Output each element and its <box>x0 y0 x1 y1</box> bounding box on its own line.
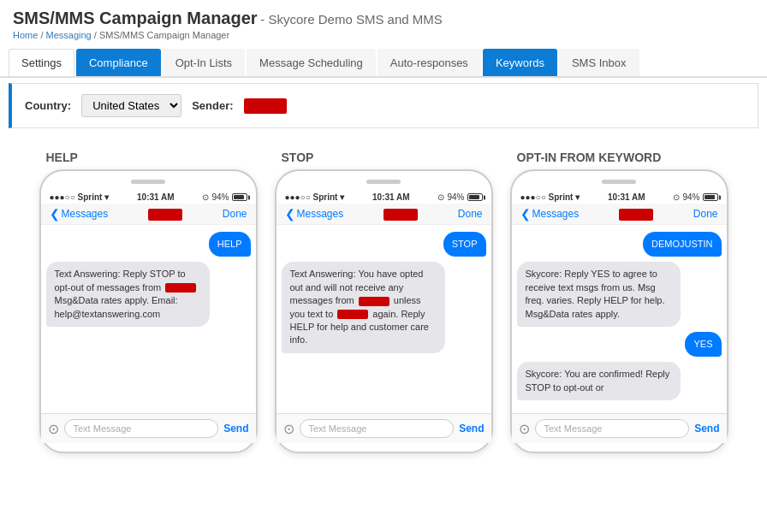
phone-input-bar: ⊙ Text Message Send <box>512 413 727 443</box>
text-message-input[interactable]: Text Message <box>300 419 455 438</box>
redacted-number-2 <box>337 310 368 319</box>
phone-help-label: HELP <box>39 151 78 164</box>
sent-bubble-row-2: YES <box>517 332 722 357</box>
nav-contact-name <box>108 207 223 221</box>
phone-help: HELP ●●●○○ Sprint ▾ 10:31 AM ⊙ 94% ❮ Mes… <box>39 151 258 453</box>
received-bubble-row: Text Answering: You have opted out and w… <box>282 262 486 352</box>
phone-input-bar: ⊙ Text Message Send <box>276 413 491 443</box>
breadcrumb-current: SMS/MMS Campaign Manager <box>99 30 229 40</box>
phone-stop: STOP ●●●○○ Sprint ▾ 10:31 AM ⊙ 94% ❮ Mes… <box>275 151 493 453</box>
nav-back[interactable]: ❮ Messages <box>520 207 580 221</box>
tab-auto-responses[interactable]: Auto-responses <box>378 49 481 76</box>
tab-settings[interactable]: Settings <box>9 49 74 76</box>
nav-back-label: Messages <box>297 208 344 220</box>
breadcrumb: Home / Messaging / SMS/MMS Campaign Mana… <box>13 30 754 40</box>
nav-back[interactable]: ❮ Messages <box>50 207 109 221</box>
phone-nav-bar: ❮ Messages Done <box>41 204 256 225</box>
tab-message-scheduling[interactable]: Message Scheduling <box>247 49 376 76</box>
sent-bubble-2: YES <box>685 332 721 357</box>
sent-bubble-row: STOP <box>282 232 486 257</box>
signal-icon: ⊙ <box>202 192 209 202</box>
status-time: 10:31 AM <box>608 192 645 202</box>
nav-done[interactable]: Done <box>693 208 718 220</box>
received-bubble: Text Answering: You have opted out and w… <box>282 262 445 352</box>
messages-area-stop: STOP Text Answering: You have opted out … <box>276 225 491 413</box>
status-right: ⊙ 94% <box>202 192 247 202</box>
camera-icon: ⊙ <box>48 421 59 437</box>
battery-text: 94% <box>447 192 464 202</box>
filter-bar: Country: United States Sender: <box>9 83 758 128</box>
camera-icon: ⊙ <box>519 421 530 437</box>
nav-contact-name <box>343 207 458 221</box>
received-bubble-row-1: Skycore: Reply YES to agree to receive t… <box>517 262 722 327</box>
page-title: SMS/MMS Campaign Manager - Skycore Demo … <box>13 9 754 28</box>
tab-compliance[interactable]: Compliance <box>76 49 161 76</box>
battery-text: 94% <box>211 192 229 202</box>
phone-opt-in: OPT-IN FROM KEYWORD ●●●○○ Sprint ▾ 10:31… <box>510 151 728 453</box>
phone-stop-label: STOP <box>275 151 314 164</box>
nav-back-label: Messages <box>532 208 580 220</box>
status-time: 10:31 AM <box>137 192 175 202</box>
received-bubble-1: Skycore: Reply YES to agree to receive t… <box>517 262 681 327</box>
received-bubble: Text Answering: Reply STOP to opt-out of… <box>46 262 210 327</box>
phone-speaker <box>131 180 165 184</box>
sent-bubble-1: DEMOJUSTIN <box>643 232 722 257</box>
phones-container: HELP ●●●○○ Sprint ▾ 10:31 AM ⊙ 94% ❮ Mes… <box>0 133 767 470</box>
country-select[interactable]: United States <box>81 94 181 117</box>
status-time: 10:31 AM <box>372 192 410 202</box>
status-carrier: ●●●○○ Sprint ▾ <box>520 192 580 202</box>
country-label: Country: <box>25 99 71 112</box>
received-bubble-row: Text Answering: Reply STOP to opt-out of… <box>46 262 251 327</box>
sent-bubble: HELP <box>209 232 251 257</box>
signal-icon: ⊙ <box>673 192 680 202</box>
back-arrow-icon: ❮ <box>50 207 60 221</box>
nav-done[interactable]: Done <box>458 208 483 220</box>
sender-label: Sender: <box>192 99 233 112</box>
text-message-input[interactable]: Text Message <box>535 419 690 438</box>
phone-status-bar: ●●●○○ Sprint ▾ 10:31 AM ⊙ 94% <box>276 191 491 204</box>
phone-input-bar: ⊙ Text Message Send <box>41 413 256 443</box>
phone-status-bar: ●●●○○ Sprint ▾ 10:31 AM ⊙ 94% <box>41 191 256 204</box>
tab-opt-in-lists[interactable]: Opt-In Lists <box>163 49 245 76</box>
text-message-input[interactable]: Text Message <box>64 419 219 438</box>
messages-area-opt-in: DEMOJUSTIN Skycore: Reply YES to agree t… <box>512 225 727 413</box>
battery-text: 94% <box>682 192 699 202</box>
contact-redacted <box>384 209 418 221</box>
nav-back[interactable]: ❮ Messages <box>285 207 344 221</box>
sent-bubble-row: HELP <box>46 232 251 257</box>
send-button[interactable]: Send <box>223 423 248 434</box>
contact-redacted <box>148 209 182 221</box>
battery-icon <box>232 193 247 201</box>
phone-help-frame: ●●●○○ Sprint ▾ 10:31 AM ⊙ 94% ❮ Messages… <box>39 169 258 453</box>
send-button[interactable]: Send <box>694 423 719 434</box>
phone-nav-bar: ❮ Messages Done <box>276 204 491 225</box>
camera-icon: ⊙ <box>283 421 294 437</box>
tab-sms-inbox[interactable]: SMS Inbox <box>559 49 639 76</box>
send-button[interactable]: Send <box>459 423 484 434</box>
contact-redacted <box>619 209 653 221</box>
tab-keywords[interactable]: Keywords <box>483 49 557 76</box>
phone-speaker <box>602 180 636 184</box>
status-right: ⊙ 94% <box>437 192 482 202</box>
breadcrumb-messaging[interactable]: Messaging <box>46 30 92 40</box>
sent-bubble-row-1: DEMOJUSTIN <box>517 232 722 257</box>
phone-opt-in-label: OPT-IN FROM KEYWORD <box>510 151 662 164</box>
phone-stop-frame: ●●●○○ Sprint ▾ 10:31 AM ⊙ 94% ❮ Messages… <box>275 169 493 453</box>
battery-icon <box>703 193 718 201</box>
back-arrow-icon: ❮ <box>520 207 531 221</box>
phone-opt-in-frame: ●●●○○ Sprint ▾ 10:31 AM ⊙ 94% ❮ Messages… <box>510 169 728 453</box>
nav-done[interactable]: Done <box>223 208 247 220</box>
sent-bubble: STOP <box>443 232 486 257</box>
received-bubble-2: Skycore: You are confirmed! Reply STOP t… <box>517 362 681 400</box>
redacted-number <box>165 283 196 293</box>
received-bubble-row-2: Skycore: You are confirmed! Reply STOP t… <box>517 362 722 400</box>
messages-area-help: HELP Text Answering: Reply STOP to opt-o… <box>41 225 256 413</box>
status-carrier: ●●●○○ Sprint ▾ <box>50 192 110 202</box>
breadcrumb-home[interactable]: Home <box>13 30 38 40</box>
nav-back-label: Messages <box>62 208 109 220</box>
status-right: ⊙ 94% <box>673 192 717 202</box>
nav-contact-name <box>579 207 693 221</box>
status-carrier: ●●●○○ Sprint ▾ <box>285 192 345 202</box>
sender-value <box>244 98 287 114</box>
redacted-number-1 <box>359 297 389 306</box>
